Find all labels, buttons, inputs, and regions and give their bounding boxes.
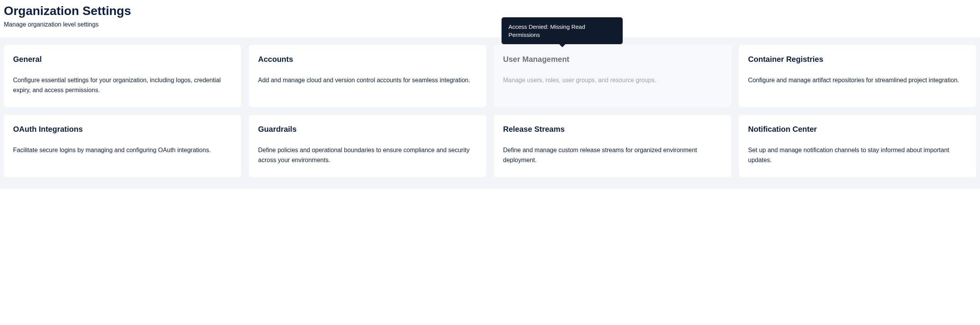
card-title: Release Streams [503, 125, 722, 134]
card-general[interactable]: General Configure essential settings for… [4, 45, 241, 107]
card-title: Notification Center [748, 125, 967, 134]
card-description: Define and manage custom release streams… [503, 145, 722, 166]
card-description: Add and manage cloud and version control… [258, 75, 477, 85]
card-notification-center[interactable]: Notification Center Set up and manage no… [739, 115, 976, 177]
card-description: Set up and manage notification channels … [748, 145, 967, 166]
card-user-management: Access Denied: Missing Read Permissions … [494, 45, 731, 107]
card-description: Manage users, roles, user groups, and re… [503, 75, 722, 85]
card-description: Configure essential settings for your or… [13, 75, 232, 96]
card-container-registries[interactable]: Container Registries Configure and manag… [739, 45, 976, 107]
page-title: Organization Settings [4, 4, 976, 18]
card-accounts[interactable]: Accounts Add and manage cloud and versio… [249, 45, 486, 107]
card-title: User Management [503, 55, 722, 64]
card-title: OAuth Integrations [13, 125, 232, 134]
card-release-streams[interactable]: Release Streams Define and manage custom… [494, 115, 731, 177]
card-oauth-integrations[interactable]: OAuth Integrations Facilitate secure log… [4, 115, 241, 177]
card-description: Define policies and operational boundari… [258, 145, 477, 166]
card-title: Container Registries [748, 55, 967, 64]
card-description: Configure and manage artifact repositori… [748, 75, 967, 85]
content-area: General Configure essential settings for… [0, 37, 980, 189]
access-denied-tooltip: Access Denied: Missing Read Permissions [502, 17, 623, 44]
card-grid: General Configure essential settings for… [4, 45, 976, 177]
page-header: Organization Settings Manage organizatio… [0, 0, 980, 37]
card-title: Accounts [258, 55, 477, 64]
card-title: General [13, 55, 232, 64]
card-description: Facilitate secure logins by managing and… [13, 145, 232, 155]
card-title: Guardrails [258, 125, 477, 134]
card-guardrails[interactable]: Guardrails Define policies and operation… [249, 115, 486, 177]
page-subtitle: Manage organization level settings [4, 21, 976, 28]
tooltip-text: Access Denied: Missing Read Permissions [508, 23, 585, 38]
